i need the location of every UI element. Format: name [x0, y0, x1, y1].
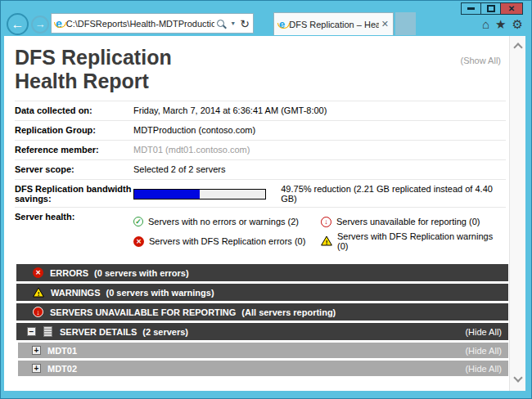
minimize-button[interactable]: [461, 2, 481, 15]
server-row-mdt01[interactable]: + MDT01 (Hide All): [18, 343, 508, 358]
close-icon: ✕: [508, 5, 515, 13]
health-item-label: Servers with no errors or warnings (2): [148, 217, 299, 226]
browser-window: ✕ ← → e C:\DFSReports\Health-MDTProducti…: [0, 0, 532, 399]
tab-title: DFS Replication – Health Re...: [289, 20, 379, 29]
section-title: ERRORS: [50, 268, 88, 278]
info-value: Friday, March 7, 2014 at 6:36:41 AM (GMT…: [133, 105, 327, 117]
tab-dfs-replication[interactable]: e DFS Replication – Health Re... ✕: [273, 12, 394, 35]
window-controls: ✕: [462, 2, 523, 15]
report-sections: ✕ ERRORS (0 servers with errors) ! WARNI…: [16, 264, 508, 376]
server-name: MDT01: [47, 346, 77, 356]
hide-all-link[interactable]: (Hide All): [465, 327, 502, 337]
error-circle-icon: ✕: [133, 236, 144, 247]
chevron-down-icon[interactable]: ▼: [230, 20, 236, 26]
server-row-mdt02[interactable]: + MDT02 (Hide All): [18, 361, 508, 376]
show-all-link[interactable]: (Show All): [460, 56, 501, 65]
info-row-bandwidth: DFS Replication bandwidth savings: 49.75…: [15, 179, 506, 207]
info-row-reference-member: Reference member: MDT01 (mdt01.contoso.c…: [15, 140, 506, 159]
info-label: Server scope:: [15, 164, 133, 176]
section-server-details[interactable]: − SERVER DETAILS (2 servers) (Hide All): [16, 323, 508, 340]
expand-icon[interactable]: +: [32, 364, 41, 373]
section-title: SERVERS UNAVAILABLE FOR REPORTING: [50, 307, 236, 317]
page-title-line1: DFS Replication: [15, 46, 501, 69]
bandwidth-progress-fill: [134, 190, 200, 199]
expand-icon[interactable]: +: [32, 346, 41, 355]
info-label: Server health:: [15, 212, 133, 251]
report-header: DFS Replication Health Report (Show All): [4, 36, 509, 93]
new-tab-button[interactable]: [395, 12, 416, 35]
info-label: Data collected on:: [15, 105, 133, 117]
address-text[interactable]: C:\DFSReports\Health-MDTProduction-07Ma: [66, 19, 215, 29]
report-info-table: Data collected on: Friday, March 7, 2014…: [15, 101, 506, 254]
refresh-icon[interactable]: ↻: [240, 18, 250, 29]
info-row-data-collected: Data collected on: Friday, March 7, 2014…: [15, 101, 506, 120]
info-value: MDTProduction (contoso.com): [133, 125, 255, 137]
page-title-line2: Health Report: [15, 69, 501, 93]
collapse-icon[interactable]: −: [27, 327, 36, 336]
hide-all-link[interactable]: (Hide All): [465, 346, 502, 356]
server-health-grid: ✓ Servers with no errors or warnings (2)…: [133, 212, 506, 251]
section-warnings[interactable]: ! WARNINGS (0 servers with warnings): [16, 284, 508, 301]
warning-triangle-icon: !: [33, 287, 44, 298]
address-controls: ▼ ↻: [214, 18, 250, 29]
health-item-unavailable: ↓ Servers unavailable for reporting (0): [321, 217, 506, 227]
search-icon[interactable]: [217, 20, 224, 27]
section-unavailable[interactable]: ↓ SERVERS UNAVAILABLE FOR REPORTING (All…: [16, 303, 508, 321]
star-icon[interactable]: ★: [495, 17, 506, 31]
info-value: Selected 2 of 2 servers: [133, 164, 226, 176]
maximize-icon: [487, 5, 495, 12]
info-row-server-scope: Server scope: Selected 2 of 2 servers: [15, 159, 506, 179]
health-item-label: Servers unavailable for reporting (0): [336, 217, 480, 226]
health-item-label: Servers with DFS Replication errors (0): [149, 236, 305, 246]
forward-button[interactable]: →: [31, 16, 49, 34]
bandwidth-progress-bar: [133, 189, 266, 200]
tab-close-icon[interactable]: ✕: [379, 19, 389, 29]
forward-icon: →: [35, 18, 46, 30]
close-button[interactable]: ✕: [500, 2, 523, 15]
back-icon: ←: [11, 17, 25, 31]
check-circle-icon: ✓: [133, 217, 143, 226]
svg-text:!: !: [38, 290, 40, 298]
unavailable-circle-icon: ↓: [321, 217, 331, 227]
section-count: (0 servers with errors): [94, 268, 189, 278]
section-count: (2 servers): [142, 327, 188, 337]
section-count: (All servers reporting): [241, 307, 336, 317]
info-row-server-health: Server health: ✓ Servers with no errors …: [15, 207, 506, 254]
vertical-scrollbar[interactable]: [509, 36, 525, 391]
info-row-replication-group: Replication Group: MDTProduction (contos…: [15, 120, 506, 140]
info-label: Reference member:: [15, 145, 133, 156]
svg-text:!: !: [326, 238, 328, 245]
health-item-label: Servers with DFS Replication warnings (0…: [337, 231, 506, 251]
ie-tab-icon: e: [279, 19, 285, 30]
section-errors[interactable]: ✕ ERRORS (0 servers with errors): [16, 264, 508, 281]
bandwidth-text: 49.75% reduction (2.21 GB replicated ins…: [281, 184, 506, 204]
section-count: (0 servers with warnings): [106, 288, 214, 298]
ie-page-icon: e: [56, 18, 62, 29]
maximize-button[interactable]: [480, 2, 501, 15]
hide-all-link[interactable]: (Hide All): [465, 364, 502, 374]
bandwidth-value: 49.75% reduction (2.21 GB replicated ins…: [133, 184, 506, 204]
error-circle-icon: ✕: [33, 267, 43, 278]
server-icon: [43, 326, 52, 337]
section-title: WARNINGS: [51, 288, 101, 298]
browser-action-icons: ⌂ ★ ⚙: [482, 17, 523, 31]
report-page: DFS Replication Health Report (Show All)…: [4, 36, 509, 391]
unavailable-circle-icon: ↓: [33, 307, 43, 317]
warning-triangle-icon: !: [321, 235, 332, 248]
gear-icon[interactable]: ⚙: [512, 17, 523, 31]
health-item-errors: ✕ Servers with DFS Replication errors (0…: [133, 236, 321, 247]
home-icon[interactable]: ⌂: [482, 17, 489, 31]
info-label: DFS Replication bandwidth savings:: [15, 184, 133, 204]
back-button[interactable]: ←: [7, 13, 29, 35]
section-title: SERVER DETAILS: [60, 327, 137, 337]
minimize-icon: [467, 7, 475, 10]
health-item-warnings: ! Servers with DFS Replication warnings …: [321, 231, 506, 251]
scroll-up-icon[interactable]: [513, 43, 522, 52]
health-item-ok: ✓ Servers with no errors or warnings (2): [133, 217, 321, 226]
info-value: MDT01 (mdt01.contoso.com): [133, 145, 250, 156]
address-bar[interactable]: e C:\DFSReports\Health-MDTProduction-07M…: [51, 13, 254, 34]
info-label: Replication Group:: [15, 125, 133, 137]
server-name: MDT02: [47, 364, 77, 374]
scroll-down-icon[interactable]: [513, 373, 522, 382]
